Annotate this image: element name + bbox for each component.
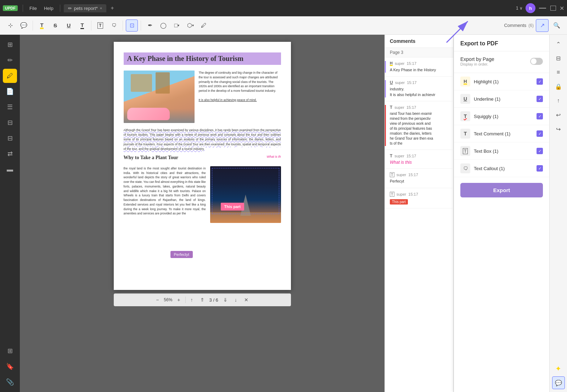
comment-bar-3 [385,105,386,146]
comment-item-highlight[interactable]: H super 15:17 A Key Phase in the History [385,57,453,77]
text-callout-tool-button[interactable]: 🗨 [108,19,120,32]
share-icon: ↑ [557,97,560,104]
toolbar: ⊹ 💬 T S U T T 🗨 ⊡ ✒ ◯ □ ▾ ⬡ [0,16,567,35]
go-last-button[interactable]: ↓ [232,296,239,304]
right-tool-ocr[interactable]: ≡ [552,66,565,79]
sidebar-icon-layers[interactable]: ⊞ [3,344,17,358]
menu-help[interactable]: Help [41,4,56,12]
annot-underline-label: Underline (1) [474,96,533,102]
export-button[interactable]: ↗ [536,19,549,32]
comment-user-5: super [397,173,406,177]
annot-item-squiggly[interactable]: T Squiggly (1) ✓ [454,108,549,125]
document-tab[interactable]: ✏ pets report* × [64,4,107,12]
search-button[interactable]: 🔍 [551,19,563,32]
text-callout-annot-icon: 🗨 [463,166,468,171]
sidebar-icon-edit[interactable]: ✏ [3,53,17,67]
right-tool-comments[interactable]: 💬 [552,376,565,389]
export-pdf-button[interactable]: Export [460,183,543,197]
comment-item-pink[interactable]: T super 15:17 What is this [385,150,453,169]
annot-item-underline[interactable]: U Underline (1) ✓ [454,90,549,108]
search-icon: 🔍 [553,22,560,29]
title-divider-2 [60,5,60,12]
annot-item-highlight[interactable]: H Highlight (1) ✓ [454,73,549,90]
pdf-area[interactable]: A Key Phase in the History of Tourism Th… [20,35,384,392]
right-tool-accessibility[interactable]: ✦ [552,362,565,375]
tab-close-button[interactable]: × [100,6,102,10]
annot-item-textcomment[interactable]: T Text Comment (1) ✓ [454,125,549,142]
menu-file[interactable]: File [27,4,40,12]
go-first-button[interactable]: ↑ [189,296,195,304]
pdf-underline-text: It is also helpful in achieving peace of… [199,98,257,102]
sidebar-icon-view[interactable]: ⊞ [3,38,17,52]
sidebar-icon-form[interactable]: ⊟ [3,116,17,130]
sidebar-icon-convert[interactable]: ⇄ [3,147,17,161]
annot-highlight-label: Highlight (1) [474,79,533,84]
perfectyt-text-box: Perfectyt [170,251,193,258]
sidebar-icon-annotate[interactable]: 🖊 [3,69,17,83]
comment-meta-5: T super 15:17 [390,172,448,177]
stamp-tool-button[interactable]: ⬡ ▾ [184,19,196,32]
comment-item-textcomment[interactable]: T super 15:17 rand Tour has been examirm… [385,101,453,150]
pdf-content-row: The degree of continuity and big change … [124,71,281,123]
annot-textcomment-label: Text Comment (1) [474,131,533,136]
annot-textcomment-checkbox[interactable]: ✓ [537,130,543,137]
zoom-in-button[interactable]: + [175,296,182,304]
minimize-button[interactable] [539,8,546,9]
sidebar-icon-pages[interactable]: 📄 [3,84,17,99]
comment-item-textbox2[interactable]: T super 15:17 This part [385,188,453,208]
comments-header: Comments [385,35,453,48]
pdf-text-content: The degree of continuity and big change … [199,71,281,123]
what-is-label: What is th [266,155,281,158]
annot-textbox-checkbox[interactable]: ✓ [537,148,543,154]
page-indicator[interactable]: 1 ∨ [516,6,523,11]
shape-tool-button[interactable]: □ ▾ [171,19,183,32]
pen-tool-button[interactable]: ✒ [144,19,156,32]
export-toggle[interactable] [530,58,543,65]
right-tool-security[interactable]: 🔒 [552,80,565,93]
annot-highlight-checkbox[interactable]: ✓ [537,78,543,85]
annot-textcallout-checkbox[interactable]: ✓ [537,165,543,172]
right-tool-share[interactable]: ↑ [552,94,565,107]
close-button[interactable]: ✕ [560,5,564,12]
new-tab-button[interactable]: + [108,4,117,13]
annot-textcallout-icon: 🗨 [460,163,470,173]
annot-underline-checkbox[interactable]: ✓ [537,96,543,102]
strikethrough-tool-button[interactable]: S [49,19,61,32]
erase-tool-button[interactable]: ◯ [157,19,169,32]
right-tool-undo[interactable]: ↩ [552,108,565,121]
pdf-main-paragraph: Although the Grand Tour has been examine… [124,128,281,151]
subtitle2-row: Why to Take a Plant Tour What is th [124,155,281,163]
sidebar-icon-attach[interactable]: 📎 [3,375,17,389]
close-controls-button[interactable]: ✕ [242,296,251,304]
signature-tool-button[interactable]: 🖊 [198,19,210,32]
text-color-tool-button[interactable]: T [76,19,88,32]
sidebar-icon-bookmark[interactable]: 🔖 [3,359,17,374]
sidebar-icon-ocr[interactable]: ⊟ [3,131,17,145]
go-prev-button[interactable]: ⇑ [198,296,207,304]
comment-item-underline[interactable]: U super 15:17 industry.It is also helpfu… [385,77,453,101]
shape-icon: □ [174,22,178,29]
zoom-out-button[interactable]: − [154,296,161,304]
multiselect-tool-button[interactable]: ⊡ [126,19,138,32]
highlight-tool-button[interactable]: T [36,19,48,32]
pdf-bottom-section: the royal land is the most sought after … [124,166,281,223]
comment-item-textbox1[interactable]: T super 15:17 Perfecyt [385,169,453,188]
right-tool-redo[interactable]: ↪ [552,123,565,135]
sidebar-icon-redact[interactable]: ▬ [3,162,17,177]
text-box-overlay-2: This part [221,203,244,211]
right-tool-fit-width[interactable]: ⊟ [552,52,565,65]
go-next-button[interactable]: ⇓ [221,296,230,304]
annot-item-textbox[interactable]: T Text Box (1) ✓ [454,142,549,160]
annot-underline-icon: U [460,94,470,104]
maximize-button[interactable] [550,6,556,11]
right-tool-scroll-up[interactable]: ⌃ [552,38,565,50]
underline-tool-button[interactable]: U [63,19,75,32]
comment-tool-button[interactable]: 💬 [18,19,30,32]
sidebar-icon-organize[interactable]: ☰ [3,100,17,114]
annot-item-textcallout[interactable]: 🗨 Text Callout (1) ✓ [454,160,549,177]
controls-divider [185,297,186,303]
text-box-tool-button[interactable]: T [94,19,106,32]
tab-edit-icon: ✏ [68,6,72,11]
select-tool-button[interactable]: ⊹ [4,19,16,32]
annot-squiggly-checkbox[interactable]: ✓ [537,113,543,119]
